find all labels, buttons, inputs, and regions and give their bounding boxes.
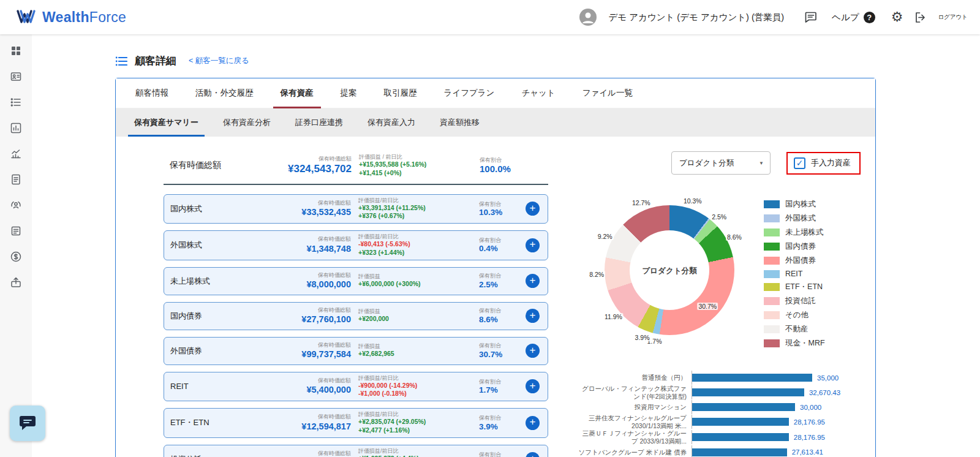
category-select[interactable]: プロダクト分類 ▼ — [671, 151, 771, 175]
sidebar-item-analytics[interactable] — [6, 145, 26, 165]
bar-label: 三井住友フィナンシャルグループ 2030/1/13満期 米... — [578, 414, 687, 429]
bar — [692, 374, 812, 382]
asset-pl: +¥3,391,314 (+11.25%) — [358, 204, 472, 213]
expand-asset-button[interactable]: + — [526, 309, 540, 323]
market-value-label: 保有時価総額 — [255, 307, 351, 314]
manual-asset-checkbox[interactable]: ✓ 手入力資産 — [786, 152, 861, 175]
asset-pl: -¥900,000 (-14.29%) — [358, 382, 472, 390]
tab-提案[interactable]: 提案 — [327, 78, 371, 108]
legend-label: 不動産 — [785, 324, 809, 334]
sidebar-item-list[interactable] — [6, 93, 26, 114]
ratio-label: 保有割合 — [479, 308, 518, 314]
expand-asset-button[interactable]: + — [526, 416, 540, 430]
chart-controls: プロダクト分類 ▼ ✓ 手入力資産 — [578, 151, 861, 175]
sidebar — [0, 34, 32, 457]
legend-label: 未上場株式 — [785, 227, 824, 238]
analytics-icon — [10, 148, 22, 162]
legend-item-国内株式[interactable]: 国内株式 — [764, 199, 825, 210]
legend-item-国内債券[interactable]: 国内債券 — [764, 241, 825, 252]
tab-保有資産[interactable]: 保有資産 — [267, 78, 327, 108]
legend-item-REIT[interactable]: REIT — [764, 270, 825, 278]
sidebar-item-referral[interactable] — [6, 196, 26, 217]
bar-track: 35,000 — [692, 371, 861, 385]
subtab-保有資産サマリー[interactable]: 保有資産サマリー — [122, 108, 211, 137]
bar — [692, 418, 789, 426]
asset-name: 国内債券 — [170, 311, 247, 322]
user-name: デモ アカウント (デモ アカウント) (営業員) — [608, 12, 784, 23]
asset-ratio: 10.3% — [479, 208, 518, 217]
legend-label: 国内株式 — [785, 199, 816, 210]
asset-ratio: 1.7% — [479, 385, 518, 395]
expand-asset-button[interactable]: + — [526, 238, 540, 252]
sidebar-item-bar-chart[interactable] — [6, 119, 26, 140]
bar-label: グローバル・フィンテック株式ファンド(年2回決算型) — [578, 385, 687, 400]
legend-label: 外国債券 — [785, 255, 816, 266]
market-value-label: 保有時価総額 — [255, 414, 351, 420]
subtab-保有資産分析[interactable]: 保有資産分析 — [211, 108, 283, 137]
asset-market-value: ¥33,532,435 — [255, 206, 351, 218]
subtab-証券口座連携[interactable]: 証券口座連携 — [283, 108, 355, 137]
bar-label: 普通預金（円） — [578, 374, 687, 382]
expand-asset-button[interactable]: + — [526, 452, 540, 457]
bar-track: 28,176.95 — [692, 415, 861, 429]
ratio-label: 保有割合 — [480, 157, 519, 164]
expand-asset-button[interactable]: + — [526, 344, 540, 358]
bar-row: 三菱ＵＦＪフィナンシャル・グループ 2033/9/13満期...28,176.9… — [578, 429, 861, 445]
back-to-customer-list-link[interactable]: < 顧客一覧に戻る — [189, 56, 249, 66]
legend-item-外国債券[interactable]: 外国債券 — [764, 255, 825, 266]
legend-swatch — [764, 257, 780, 265]
total-ratio: 100.0% — [480, 164, 519, 174]
checkbox-icon: ✓ — [794, 157, 805, 169]
gear-icon[interactable]: ⚙ — [891, 10, 903, 24]
legend-item-その他[interactable]: その他 — [764, 310, 825, 320]
legend-item-不動産[interactable]: 不動産 — [764, 324, 825, 334]
chat-icon[interactable] — [804, 10, 817, 24]
asset-name: 国内株式 — [170, 203, 247, 214]
help-button[interactable]: ヘルプ ? — [832, 12, 875, 23]
market-value-label: 保有時価総額 — [255, 450, 351, 457]
legend-label: 国内債券 — [785, 241, 816, 252]
legend-label: 現金・MRF — [785, 338, 825, 349]
sidebar-item-customers[interactable] — [6, 67, 26, 88]
tab-チャット[interactable]: チャット — [508, 78, 568, 108]
market-value-label: 保有時価総額 — [255, 342, 351, 349]
asset-daily-change: +¥323 (+1.44%) — [358, 249, 472, 257]
holdings-summary-content: 保有時価総額 保有時価総額 ¥324,543,702 評価損益 / 前日比 +¥… — [116, 137, 875, 457]
expand-asset-button[interactable]: + — [526, 202, 540, 216]
sidebar-item-notes[interactable] — [6, 222, 26, 243]
brand-logo[interactable]: WealthForce — [16, 9, 126, 26]
donut-label: 8.6% — [726, 233, 743, 241]
expand-asset-button[interactable]: + — [526, 379, 540, 393]
sidebar-item-export[interactable] — [6, 273, 26, 294]
asset-row: REIT 保有時価総額 ¥5,400,000 評価損益/前日比 -¥900,00… — [164, 372, 548, 402]
sidebar-item-form[interactable] — [6, 170, 26, 191]
main-content: 顧客詳細 < 顧客一覧に戻る 顧客情報活動・外交履歴保有資産提案取引履歴ライフプ… — [32, 34, 980, 457]
sidebar-item-dashboard[interactable] — [6, 42, 26, 62]
bar-track: 32,670.43 — [692, 385, 861, 399]
legend-item-外国株式[interactable]: 外国株式 — [764, 213, 825, 224]
legend-item-ETF・ETN[interactable]: ETF・ETN — [764, 282, 825, 292]
legend-item-投資信託[interactable]: 投資信託 — [764, 296, 825, 306]
legend-item-未上場株式[interactable]: 未上場株式 — [764, 227, 825, 238]
avatar[interactable] — [579, 8, 597, 26]
subtab-保有資産入力[interactable]: 保有資産入力 — [355, 108, 428, 137]
tab-ライフプラン[interactable]: ライフプラン — [431, 78, 508, 108]
chat-fab-button[interactable] — [10, 406, 45, 441]
sidebar-item-billing[interactable] — [6, 247, 26, 268]
expand-asset-button[interactable]: + — [526, 274, 540, 288]
tab-活動・外交履歴[interactable]: 活動・外交履歴 — [182, 78, 267, 108]
tab-取引履歴[interactable]: 取引履歴 — [371, 78, 431, 108]
legend-item-現金・MRF[interactable]: 現金・MRF — [764, 338, 825, 349]
logout-icon[interactable] — [914, 11, 927, 24]
help-icon: ? — [864, 12, 875, 23]
tab-ファイル一覧[interactable]: ファイル一覧 — [569, 78, 646, 108]
pl-label: 評価損益 — [358, 273, 472, 280]
tab-顧客情報[interactable]: 顧客情報 — [122, 78, 182, 108]
logout-label[interactable]: ログアウト — [938, 13, 968, 21]
total-daily-change: +¥1,415 (+0%) — [359, 169, 472, 178]
donut-label: 12.7% — [631, 199, 652, 206]
subtab-資産額推移[interactable]: 資産額推移 — [428, 108, 492, 137]
asset-pl: -¥80,413 (-5.63%) — [358, 240, 472, 249]
ratio-label: 保有割合 — [479, 273, 518, 279]
legend-swatch — [764, 311, 780, 319]
